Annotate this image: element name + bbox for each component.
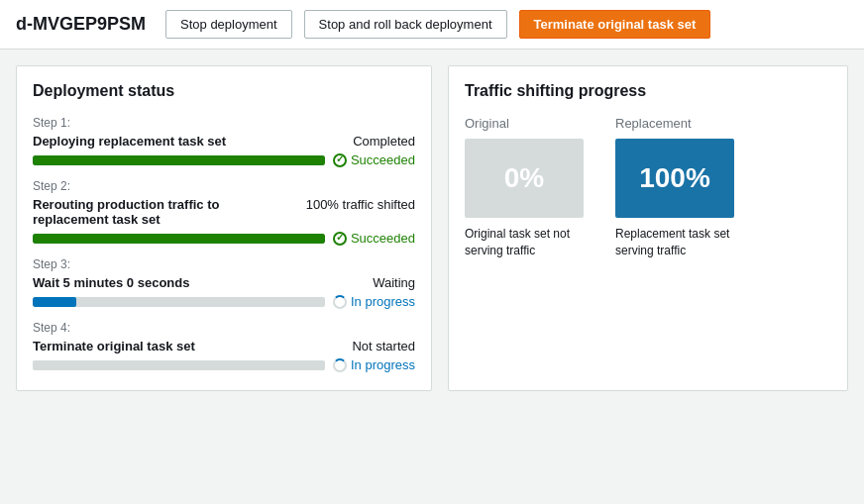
step-4: Step 4:Terminate original task setNot st… <box>33 321 415 372</box>
replacement-percent: 100% <box>639 162 710 194</box>
page-title: d-MVGEP9PSM <box>16 14 146 35</box>
traffic-shifting-title: Traffic shifting progress <box>465 82 831 100</box>
step-4-row: Terminate original task setNot started <box>33 339 415 353</box>
step-3-badge-text: In progress <box>351 294 415 309</box>
check-icon <box>333 232 347 246</box>
check-icon <box>333 153 347 167</box>
replacement-label: Replacement <box>615 116 692 131</box>
step-2-name: Rerouting production traffic to replacem… <box>33 197 231 227</box>
step-1: Step 1:Deploying replacement task setCom… <box>33 116 415 167</box>
step-2: Step 2:Rerouting production traffic to r… <box>33 179 415 246</box>
original-percent: 0% <box>504 162 544 194</box>
stop-rollback-button[interactable]: Stop and roll back deployment <box>304 10 507 39</box>
step-1-progress-bar-container <box>33 155 325 165</box>
step-2-progress-bar-container <box>33 234 325 244</box>
step-3-label: Step 3: <box>33 257 415 271</box>
step-1-name: Deploying replacement task set <box>33 134 226 149</box>
step-3: Step 3:Wait 5 minutes 0 secondsWaitingIn… <box>33 257 415 309</box>
replacement-description: Replacement task set serving traffic <box>615 226 734 259</box>
step-1-status-text: Completed <box>353 134 415 149</box>
deployment-status-panel: Deployment status Step 1:Deploying repla… <box>16 65 432 391</box>
step-2-badge: Succeeded <box>333 231 415 246</box>
step-3-row: Wait 5 minutes 0 secondsWaiting <box>33 275 415 290</box>
step-4-badge-text: In progress <box>351 357 415 372</box>
step-1-progress-row: Succeeded <box>33 152 415 167</box>
step-4-progress-row: In progress <box>33 357 415 372</box>
step-3-status-text: Waiting <box>373 275 415 290</box>
step-4-progress-bar-container <box>33 360 325 370</box>
step-3-name: Wait 5 minutes 0 seconds <box>33 275 189 290</box>
steps-container: Step 1:Deploying replacement task setCom… <box>33 116 415 372</box>
step-4-badge: In progress <box>333 357 415 372</box>
traffic-columns: Original 0% Original task set not servin… <box>465 116 831 259</box>
step-1-badge: Succeeded <box>333 152 415 167</box>
step-4-status-text: Not started <box>352 339 415 353</box>
step-3-progress-row: In progress <box>33 294 415 309</box>
step-1-label: Step 1: <box>33 116 415 130</box>
step-2-label: Step 2: <box>33 179 415 193</box>
step-3-progress-bar-fill <box>33 297 76 307</box>
step-2-status-text: 100% traffic shifted <box>306 197 415 212</box>
traffic-shifting-panel: Traffic shifting progress Original 0% Or… <box>448 65 848 391</box>
replacement-traffic-col: Replacement 100% Replacement task set se… <box>615 116 734 259</box>
step-4-name: Terminate original task set <box>33 339 195 353</box>
step-3-progress-bar-container <box>33 297 325 307</box>
original-traffic-box: 0% <box>465 139 584 218</box>
step-2-row: Rerouting production traffic to replacem… <box>33 197 415 227</box>
original-description: Original task set not serving traffic <box>465 226 584 259</box>
original-label: Original <box>465 116 509 131</box>
step-2-badge-text: Succeeded <box>351 231 415 246</box>
step-2-progress-bar-fill <box>33 234 325 244</box>
step-1-row: Deploying replacement task setCompleted <box>33 134 415 149</box>
step-4-label: Step 4: <box>33 321 415 335</box>
replacement-traffic-box: 100% <box>615 139 734 218</box>
step-1-progress-bar-fill <box>33 155 325 165</box>
spinner-icon <box>333 295 347 309</box>
header: d-MVGEP9PSM Stop deployment Stop and rol… <box>0 0 864 50</box>
step-3-badge: In progress <box>333 294 415 309</box>
spinner-icon <box>333 358 347 372</box>
deployment-status-title: Deployment status <box>33 82 415 100</box>
original-traffic-col: Original 0% Original task set not servin… <box>465 116 584 259</box>
terminate-button[interactable]: Terminate original task set <box>519 10 711 39</box>
main-content: Deployment status Step 1:Deploying repla… <box>0 50 864 407</box>
step-2-progress-row: Succeeded <box>33 231 415 246</box>
step-1-badge-text: Succeeded <box>351 152 415 167</box>
stop-deployment-button[interactable]: Stop deployment <box>165 10 292 39</box>
